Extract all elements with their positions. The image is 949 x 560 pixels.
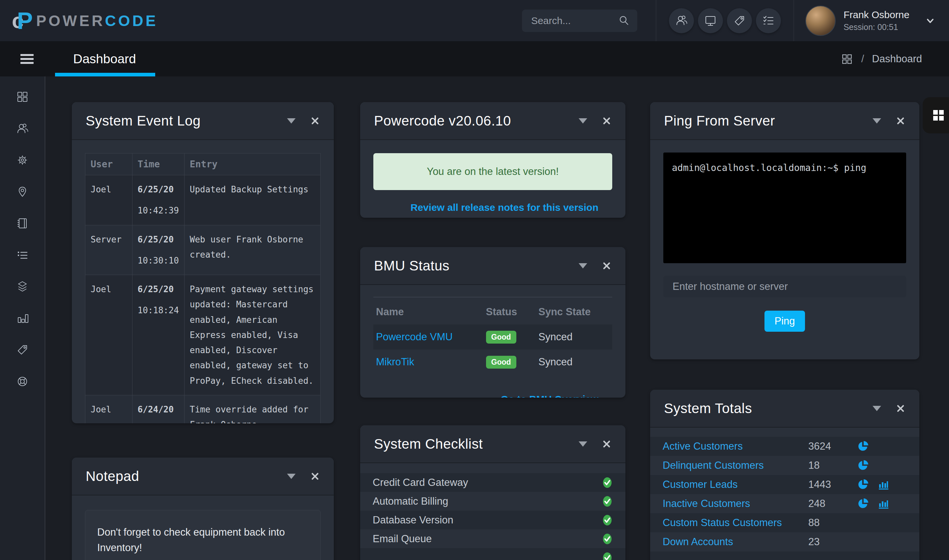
totals-label-link[interactable]: Delinquent Customers <box>662 460 808 471</box>
grid-icon[interactable] <box>840 52 853 66</box>
totals-label-link[interactable]: Customer Leads <box>662 478 808 491</box>
grid-icon <box>15 89 30 104</box>
event-user: Server <box>85 225 132 275</box>
hostname-input[interactable] <box>663 276 906 297</box>
go-to-bmu-link[interactable]: Go to BMU Overview <box>501 394 598 398</box>
totals-label-link[interactable]: Inactive Customers <box>662 498 808 509</box>
checklist-label: Database Version <box>373 514 453 526</box>
notepad-textarea[interactable]: Don't forget to check equipment back int… <box>85 510 320 560</box>
widget-title: System Checklist <box>374 436 483 452</box>
event-time: 6/25/2010:30:10 <box>132 225 184 275</box>
release-notes-link[interactable]: Review all release notes for this versio… <box>411 202 598 213</box>
bmu-row: MikroTikGoodSynced <box>373 349 612 375</box>
note-line: Don't forget to check equipment back int… <box>97 525 308 555</box>
user-menu[interactable]: Frank Osborne Session: 00:51 <box>794 6 949 36</box>
bar-chart-icon[interactable] <box>878 498 889 509</box>
hamburger-menu-icon[interactable] <box>20 52 34 66</box>
totals-value: 18 <box>808 460 857 471</box>
ping-button[interactable]: Ping <box>764 311 805 332</box>
checklist-body: Credit Card GatewayAutomatic BillingData… <box>360 463 625 560</box>
chevron-down-icon[interactable] <box>924 15 936 26</box>
sidebar-item-reports[interactable] <box>15 311 30 325</box>
totals-row: Customer Leads1443 <box>650 475 919 494</box>
powercode-logo[interactable]: cP POWERCODE <box>12 7 158 34</box>
collapse-caret-icon[interactable] <box>579 263 587 268</box>
check-circle-icon <box>602 514 613 527</box>
sidebar-item-billing[interactable] <box>15 343 30 357</box>
bar-chart-icon[interactable] <box>878 478 889 491</box>
sidebar-item-inventory[interactable] <box>15 216 30 231</box>
event-log-header-row: User Time Entry <box>85 154 320 175</box>
widget-title: BMU Status <box>374 258 450 274</box>
widget-bmu-status: BMU Status Name Status Sync State <box>360 247 625 398</box>
sidebar-item-lists[interactable] <box>15 248 30 262</box>
totals-label-link[interactable]: Down Accounts <box>662 536 808 548</box>
notepad-body: Don't forget to check equipment back int… <box>72 495 334 560</box>
search-icon[interactable] <box>618 15 630 27</box>
user-name: Frank Osborne <box>844 9 909 20</box>
map-pin-icon <box>15 185 30 199</box>
collapse-caret-icon[interactable] <box>872 118 881 123</box>
check-circle-icon <box>602 476 613 489</box>
main-area: System Event Log User Time Entry <box>0 77 949 560</box>
bmu-header-row: Name Status Sync State <box>373 297 612 325</box>
collapse-caret-icon[interactable] <box>579 118 587 123</box>
bmu-device-link[interactable]: Powercode VMU <box>376 331 453 343</box>
tab-dashboard[interactable]: Dashboard <box>61 41 155 77</box>
bmu-row: Powercode VMUGoodSynced <box>373 325 612 349</box>
close-icon[interactable] <box>896 403 906 414</box>
equipment-button[interactable] <box>698 8 723 33</box>
list-icon <box>15 248 30 262</box>
widget-system-event-log: System Event Log User Time Entry <box>72 102 334 423</box>
status-badge: Good <box>486 331 516 343</box>
pie-chart-icon[interactable] <box>857 460 869 471</box>
sidebar-item-customers[interactable] <box>15 121 30 136</box>
bmu-device-link[interactable]: MikroTik <box>376 356 414 368</box>
widget-title: System Totals <box>664 400 752 416</box>
event-user: Joel <box>85 275 132 395</box>
dashboard-content: System Event Log User Time Entry <box>45 77 949 560</box>
close-icon[interactable] <box>602 116 612 126</box>
widget-powercode-version: Powercode v20.06.10 You are on the lates… <box>360 102 625 218</box>
totals-label-link[interactable]: Active Customers <box>662 440 808 452</box>
pie-chart-icon[interactable] <box>857 478 869 491</box>
close-icon[interactable] <box>896 116 906 126</box>
collapse-caret-icon[interactable] <box>579 442 587 447</box>
widget-panel-toggle[interactable] <box>923 97 949 134</box>
lifebuoy-icon <box>15 374 30 389</box>
tasks-button[interactable] <box>756 8 781 33</box>
collapse-caret-icon[interactable] <box>287 474 296 479</box>
close-icon[interactable] <box>310 116 320 126</box>
totals-value: 3624 <box>808 440 857 452</box>
close-icon[interactable] <box>602 261 612 271</box>
close-icon[interactable] <box>310 471 320 481</box>
sidebar-item-mapping[interactable] <box>15 185 30 199</box>
user-meta: Frank Osborne Session: 00:51 <box>844 9 909 32</box>
collapse-caret-icon[interactable] <box>872 406 881 411</box>
sub-bar: Dashboard / Dashboard <box>0 41 949 77</box>
customers-button[interactable] <box>669 8 694 33</box>
pie-chart-icon[interactable] <box>857 498 869 509</box>
bmu-table-body: Powercode VMUGoodSyncedMikroTikGoodSynce… <box>373 325 612 375</box>
avatar <box>805 6 836 36</box>
bmu-table: Name Status Sync State Powercode VMUGood… <box>373 297 612 375</box>
tickets-button[interactable] <box>727 8 752 33</box>
event-log-row: Server6/25/2010:30:10Web user Frank Osbo… <box>85 225 320 275</box>
totals-value: 88 <box>808 517 857 529</box>
close-icon[interactable] <box>602 439 612 449</box>
event-entry: Updated Backup Settings <box>184 175 320 225</box>
widget-header: BMU Status <box>360 247 625 285</box>
pie-chart-icon[interactable] <box>857 440 869 452</box>
sidebar-item-settings[interactable] <box>15 153 30 167</box>
totals-label-link[interactable]: Custom Status Customers <box>662 517 808 529</box>
breadcrumb-current[interactable]: Dashboard <box>872 53 922 65</box>
sidebar-item-services[interactable] <box>15 279 30 294</box>
sidebar-item-support[interactable] <box>15 374 30 389</box>
totals-row: Delinquent Customers18 <box>650 456 919 475</box>
sidebar-item-dashboard[interactable] <box>15 89 30 104</box>
collapse-caret-icon[interactable] <box>287 118 296 123</box>
session-timer: Session: 00:51 <box>844 22 909 32</box>
event-time: 6/25/2010:18:24 <box>132 275 184 395</box>
topbar-right: Frank Osborne Session: 00:51 <box>522 0 949 41</box>
checklist-row: Credit Card Gateway <box>360 473 625 492</box>
